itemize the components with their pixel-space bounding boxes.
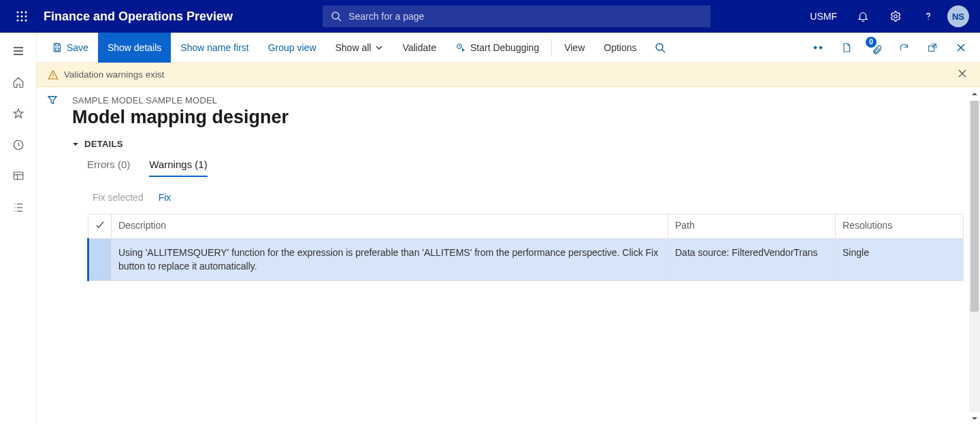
col-path[interactable]: Path xyxy=(668,214,836,239)
save-icon xyxy=(52,42,63,53)
caret-down-icon xyxy=(72,141,79,148)
cell-path: Data source: FilteredVendorTrans xyxy=(668,239,836,281)
workspaces-icon[interactable] xyxy=(0,161,37,192)
show-details-button[interactable]: Show details xyxy=(98,33,171,63)
open-in-office-icon[interactable] xyxy=(833,33,860,63)
svg-point-12 xyxy=(928,19,929,20)
cell-resolutions: Single xyxy=(836,239,964,281)
refresh-icon[interactable] xyxy=(890,33,917,63)
notifications-icon[interactable] xyxy=(849,0,877,33)
view-menu[interactable]: View xyxy=(555,33,594,63)
action-toolbar: Save Show details Show name first Group … xyxy=(37,33,980,63)
svg-point-5 xyxy=(25,16,27,18)
svg-point-37 xyxy=(52,77,53,78)
search-placeholder: Search for a page xyxy=(348,11,424,22)
breadcrumb: SAMPLE MODEL SAMPLE MODEL xyxy=(72,95,964,105)
tab-errors[interactable]: Errors (0) xyxy=(87,159,130,177)
validation-warning-banner: Validation warnings exist xyxy=(37,63,980,87)
fix-selected-button: Fix selected xyxy=(93,192,144,203)
warning-triangle-icon xyxy=(48,69,59,80)
personalize-icon[interactable] xyxy=(804,33,832,63)
warnings-table: Description Path Resolutions Using 'ALLI… xyxy=(87,214,964,281)
page-title: Model mapping designer xyxy=(72,107,964,128)
svg-point-7 xyxy=(21,20,23,22)
svg-point-3 xyxy=(17,16,19,18)
svg-rect-26 xyxy=(55,44,59,46)
col-description[interactable]: Description xyxy=(112,214,668,239)
col-resolutions[interactable]: Resolutions xyxy=(836,214,964,239)
start-debugging-button[interactable]: Start Debugging xyxy=(446,33,549,63)
scroll-down-arrow-icon[interactable] xyxy=(969,413,980,424)
close-page-icon[interactable] xyxy=(947,33,975,63)
svg-rect-32 xyxy=(819,46,823,50)
left-nav-rail xyxy=(0,33,37,424)
cell-description: Using 'ALLITEMSQUERY' function for the e… xyxy=(112,239,668,281)
page-search-icon[interactable] xyxy=(647,33,674,63)
app-launcher-icon[interactable] xyxy=(5,0,38,33)
settings-icon[interactable] xyxy=(882,0,909,33)
warning-banner-text: Validation warnings exist xyxy=(64,69,165,80)
fix-button[interactable]: Fix xyxy=(159,192,172,203)
details-tabs: Errors (0) Warnings (1) xyxy=(72,159,964,177)
scroll-up-arrow-icon[interactable] xyxy=(969,88,980,99)
app-title: Finance and Operations Preview xyxy=(44,10,233,24)
svg-point-9 xyxy=(332,12,339,19)
svg-point-0 xyxy=(17,12,19,14)
svg-point-2 xyxy=(25,12,27,14)
top-nav: Finance and Operations Preview Search fo… xyxy=(0,0,980,33)
global-search[interactable]: Search for a page xyxy=(323,5,710,27)
recent-icon[interactable] xyxy=(0,129,37,161)
row-checkbox[interactable] xyxy=(88,239,112,281)
banner-close-icon[interactable] xyxy=(956,67,969,82)
validate-button[interactable]: Validate xyxy=(393,33,446,63)
svg-point-29 xyxy=(656,44,663,50)
user-avatar[interactable]: NS xyxy=(947,5,969,27)
modules-icon[interactable] xyxy=(0,192,37,223)
svg-point-8 xyxy=(25,20,27,22)
svg-point-11 xyxy=(894,15,898,18)
group-view-button[interactable]: Group view xyxy=(259,33,326,63)
svg-rect-31 xyxy=(813,46,817,50)
svg-line-10 xyxy=(338,18,341,21)
gear-play-icon xyxy=(455,42,466,53)
hamburger-icon[interactable] xyxy=(0,35,37,67)
svg-rect-27 xyxy=(55,48,59,50)
svg-rect-17 xyxy=(14,172,23,180)
attachments-badge: 0 xyxy=(866,37,877,48)
show-name-first-button[interactable]: Show name first xyxy=(171,33,258,63)
filter-icon[interactable] xyxy=(46,94,59,424)
home-icon[interactable] xyxy=(0,67,37,98)
attachments-icon[interactable]: 0 xyxy=(862,33,889,63)
vertical-scrollbar[interactable] xyxy=(969,87,980,424)
scrollbar-thumb[interactable] xyxy=(970,101,979,312)
svg-point-1 xyxy=(21,12,23,14)
table-row[interactable]: Using 'ALLITEMSQUERY' function for the e… xyxy=(88,239,964,281)
company-picker[interactable]: USMF xyxy=(803,11,844,22)
tab-warnings[interactable]: Warnings (1) xyxy=(149,159,207,177)
favorites-icon[interactable] xyxy=(0,98,37,129)
scrollbar-track[interactable] xyxy=(969,101,980,412)
popout-icon[interactable] xyxy=(919,33,946,63)
show-all-dropdown[interactable]: Show all xyxy=(326,33,393,63)
svg-point-6 xyxy=(17,20,19,22)
chevron-down-icon xyxy=(375,44,383,52)
svg-point-4 xyxy=(21,16,23,18)
details-section-header[interactable]: DETAILS xyxy=(72,139,964,149)
options-menu[interactable]: Options xyxy=(594,33,646,63)
save-button[interactable]: Save xyxy=(42,33,98,63)
search-icon xyxy=(331,11,342,22)
select-all-checkbox[interactable] xyxy=(88,214,112,239)
help-icon[interactable] xyxy=(915,0,942,33)
svg-line-30 xyxy=(662,50,665,52)
